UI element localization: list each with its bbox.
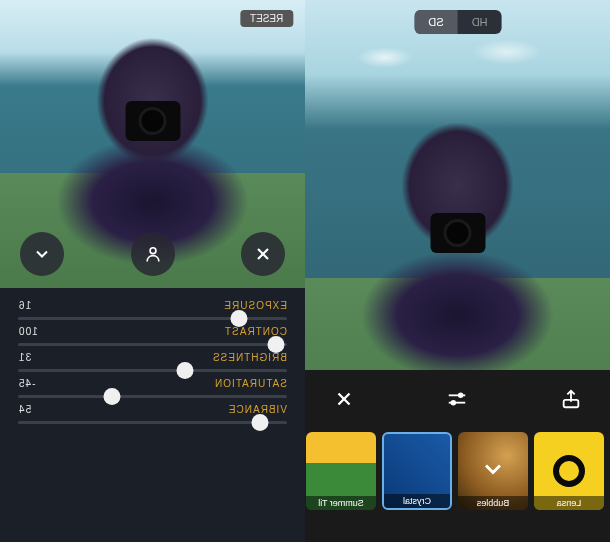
- slider-contrast[interactable]: CONTRAST 100: [18, 326, 287, 346]
- photo-subject: [305, 56, 610, 371]
- slider-handle[interactable]: [268, 336, 285, 353]
- slider-track[interactable]: [18, 395, 287, 398]
- collapse-button[interactable]: [20, 232, 64, 276]
- slider-handle[interactable]: [252, 414, 269, 431]
- slider-handle[interactable]: [104, 388, 121, 405]
- photo-preview: [0, 0, 305, 288]
- filter-bubbles[interactable]: Bubbles: [458, 432, 528, 510]
- adjustments-panel: EXPOSURE 16 CONTRAST 100 BRIGHTNESS 31 S…: [0, 288, 305, 542]
- slider-brightness[interactable]: BRIGHTNESS 31: [18, 352, 287, 372]
- filter-name: Lensa: [534, 496, 604, 510]
- slider-value: -45: [18, 378, 35, 389]
- filter-name: Bubbles: [458, 496, 528, 510]
- bottom-toolbar: [305, 370, 610, 432]
- slider-value: 54: [18, 404, 31, 415]
- slider-track[interactable]: [18, 421, 287, 424]
- quality-hd[interactable]: HD: [457, 10, 501, 34]
- slider-vibrance[interactable]: VIBRANCE 54: [18, 404, 287, 424]
- slider-track[interactable]: [18, 317, 287, 320]
- adjust-button[interactable]: [447, 388, 469, 414]
- slider-saturation[interactable]: SATURATION -45: [18, 378, 287, 398]
- filter-name: Summer Til: [306, 496, 376, 510]
- slider-value: 16: [18, 300, 31, 311]
- reset-button[interactable]: RESET: [240, 10, 293, 27]
- svg-point-0: [150, 248, 156, 254]
- slider-track[interactable]: [18, 369, 287, 372]
- slider-handle[interactable]: [230, 310, 247, 327]
- slider-exposure[interactable]: EXPOSURE 16: [18, 300, 287, 320]
- close-button[interactable]: [241, 232, 285, 276]
- chevron-down-icon: [479, 455, 507, 487]
- slider-value: 31: [18, 352, 31, 363]
- share-button[interactable]: [560, 388, 582, 414]
- slider-value: 100: [18, 326, 38, 337]
- svg-point-7: [452, 401, 456, 405]
- close-button[interactable]: [333, 388, 355, 414]
- filter-summer[interactable]: Summer Til: [306, 432, 376, 510]
- slider-label: BRIGHTNESS: [212, 352, 287, 363]
- quality-sd[interactable]: SD: [414, 10, 457, 34]
- lensa-ring-icon: [553, 455, 585, 487]
- slider-label: SATURATION: [214, 378, 287, 389]
- slider-track[interactable]: [18, 343, 287, 346]
- slider-label: EXPOSURE: [223, 300, 287, 311]
- svg-point-6: [459, 394, 463, 398]
- subject-mask-button[interactable]: [131, 232, 175, 276]
- photo-preview: [305, 0, 610, 370]
- photo-action-bar: [0, 232, 305, 276]
- filter-lensa[interactable]: Lensa: [534, 432, 604, 510]
- filter-name: Crystal: [384, 494, 450, 508]
- editor-filters-screen: HD SD Lensa Bubbles Crystal: [305, 0, 610, 542]
- editor-adjust-screen: RESET EXPOSURE 16 CONTRAST: [0, 0, 305, 542]
- slider-handle[interactable]: [176, 362, 193, 379]
- quality-toggle[interactable]: HD SD: [414, 10, 501, 34]
- filter-crystal[interactable]: Crystal: [382, 432, 452, 510]
- filters-strip[interactable]: Lensa Bubbles Crystal Summer Til: [305, 432, 610, 510]
